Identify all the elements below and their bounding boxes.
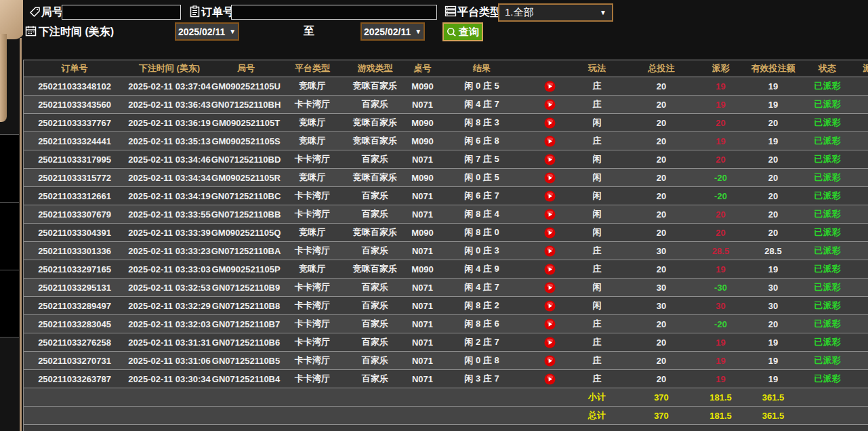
cell-table-no: M090 xyxy=(404,169,441,186)
cell-status: 已派彩 xyxy=(810,169,844,186)
replay-icon[interactable] xyxy=(522,297,577,314)
cell-total-bet: 20 xyxy=(617,352,705,369)
cell-bet-time: 2025-02-11 03:33:55 xyxy=(125,205,213,223)
order-no-input[interactable] xyxy=(231,5,437,20)
replay-icon[interactable] xyxy=(522,315,577,333)
summary-empty-cell xyxy=(125,407,213,424)
summary-empty-cell xyxy=(404,407,441,424)
cell-platform: 卡卡湾厅 xyxy=(278,96,346,113)
summary-empty-cell xyxy=(441,407,522,424)
replay-icon[interactable] xyxy=(522,169,577,186)
cell-result: 闲 0 庄 5 xyxy=(441,169,522,186)
cell-bet-time: 2025-02-11 03:34:19 xyxy=(125,187,213,205)
replay-icon[interactable] xyxy=(522,279,577,296)
replay-icon[interactable] xyxy=(522,333,577,351)
cell-platform: 卡卡湾厅 xyxy=(278,333,346,351)
cell-table-no: N071 xyxy=(404,333,441,351)
cell-total-bet: 30 xyxy=(617,242,705,260)
cell-game-no: GM0902521105R xyxy=(213,169,278,186)
replay-icon[interactable] xyxy=(522,352,577,369)
replay-icon[interactable] xyxy=(522,77,577,95)
cell-order-no: 250211033337767 xyxy=(24,114,125,131)
cell-play: 闲 xyxy=(577,169,617,186)
replay-icon[interactable] xyxy=(522,132,577,150)
cell-result: 闲 8 庄 0 xyxy=(441,224,522,241)
cell-order-no: 250211033276258 xyxy=(24,333,125,351)
clipboard-icon xyxy=(190,5,200,18)
game-no-input[interactable] xyxy=(62,5,181,20)
range-separator-label: 至 xyxy=(304,24,314,39)
cell-table-no: N071 xyxy=(404,297,441,314)
cell-bet-time: 2025-02-11 03:31:31 xyxy=(125,333,213,351)
cell-play: 闲 xyxy=(577,224,617,241)
cell-result: 闲 7 庄 5 xyxy=(441,150,522,168)
replay-icon[interactable] xyxy=(522,224,577,241)
cell-game-type: 百家乐 xyxy=(346,96,404,113)
cell-result: 闲 6 庄 7 xyxy=(441,187,522,205)
column-header: 玩法 xyxy=(577,60,617,77)
cell-order-no: 250211033283045 xyxy=(24,315,125,333)
cell-order-no: 250211033289497 xyxy=(24,297,125,314)
column-header: 派彩 xyxy=(705,60,736,77)
cell-bet-time: 2025-02-11 03:33:03 xyxy=(125,260,213,278)
table-row: 2502110332894972025-02-11 03:32:29GN0712… xyxy=(24,297,868,315)
summary-empty-cell xyxy=(278,407,346,424)
cell-bet-time: 2025-02-11 03:36:19 xyxy=(125,114,213,131)
cell-payout: 20 xyxy=(705,224,736,241)
summary-empty-cell xyxy=(844,407,868,424)
cell-result: 闲 3 庄 7 xyxy=(441,370,522,388)
cell-status: 已派彩 xyxy=(810,96,844,113)
cell-status: 已派彩 xyxy=(810,260,844,278)
replay-icon[interactable] xyxy=(522,205,577,223)
cell-valid-bet: 20 xyxy=(736,315,810,333)
cell-result: 闲 8 庄 4 xyxy=(441,205,522,223)
cell-game-type: 竞咪百家乐 xyxy=(346,169,404,186)
cell-extra xyxy=(844,205,868,223)
cell-total-bet: 30 xyxy=(617,279,705,296)
cell-platform: 卡卡湾厅 xyxy=(278,242,346,260)
replay-icon[interactable] xyxy=(522,242,577,260)
table-row: 2502110333076792025-02-11 03:33:55GN0712… xyxy=(24,205,868,224)
chevron-down-icon: ▼ xyxy=(229,28,236,35)
cell-extra xyxy=(844,242,868,260)
cell-valid-bet: 20 xyxy=(736,224,810,241)
replay-icon[interactable] xyxy=(522,114,577,131)
cell-extra xyxy=(844,370,868,388)
cell-game-type: 百家乐 xyxy=(346,370,404,388)
cell-extra xyxy=(844,169,868,186)
column-header: 下注时间 (美东) xyxy=(125,60,213,77)
cell-play: 闲 xyxy=(577,187,617,205)
cell-result: 闲 6 庄 8 xyxy=(441,132,522,150)
replay-icon[interactable] xyxy=(522,260,577,278)
query-button[interactable]: 查询 xyxy=(442,22,483,41)
replay-icon[interactable] xyxy=(522,370,577,388)
column-header: 派彩 xyxy=(844,60,868,77)
cell-table-no: N071 xyxy=(404,352,441,369)
replay-icon[interactable] xyxy=(522,150,577,168)
date-to-select[interactable]: 2025/02/11 ▼ xyxy=(360,22,425,41)
platform-type-select[interactable]: 1.全部 ▼ xyxy=(498,3,613,22)
table-row: 2502110332971652025-02-11 03:33:03GM0902… xyxy=(24,260,868,279)
platform-list-icon xyxy=(445,5,457,17)
cell-order-no: 250211033307679 xyxy=(24,205,125,223)
table-row: 2502110332707312025-02-11 03:31:06GN0712… xyxy=(24,352,868,370)
replay-icon[interactable] xyxy=(522,96,577,113)
cell-extra xyxy=(844,150,868,168)
replay-icon[interactable] xyxy=(522,187,577,205)
cell-platform: 竞咪厅 xyxy=(278,260,346,278)
date-from-select[interactable]: 2025/02/11 ▼ xyxy=(175,22,239,41)
summary-empty-cell xyxy=(404,388,441,406)
cell-game-no: GN071252110B5 xyxy=(213,352,278,369)
cell-game-no: GM0902521105U xyxy=(213,77,278,95)
platform-type-label: 平台类型 xyxy=(457,5,501,20)
cell-play: 庄 xyxy=(577,77,617,95)
cell-platform: 竞咪厅 xyxy=(278,77,346,95)
cell-status: 已派彩 xyxy=(810,315,844,333)
cell-valid-bet: 19 xyxy=(736,370,810,388)
summary-valid-bet: 361.5 xyxy=(736,388,810,406)
cell-table-no: M090 xyxy=(404,114,441,131)
cell-platform: 卡卡湾厅 xyxy=(278,297,346,314)
cell-table-no: N071 xyxy=(404,205,441,223)
cell-table-no: M090 xyxy=(404,77,441,95)
table-header-row: 订单号下注时间 (美东)局号平台类型游戏类型桌号结果玩法总投注派彩有效投注额状态… xyxy=(24,60,868,77)
